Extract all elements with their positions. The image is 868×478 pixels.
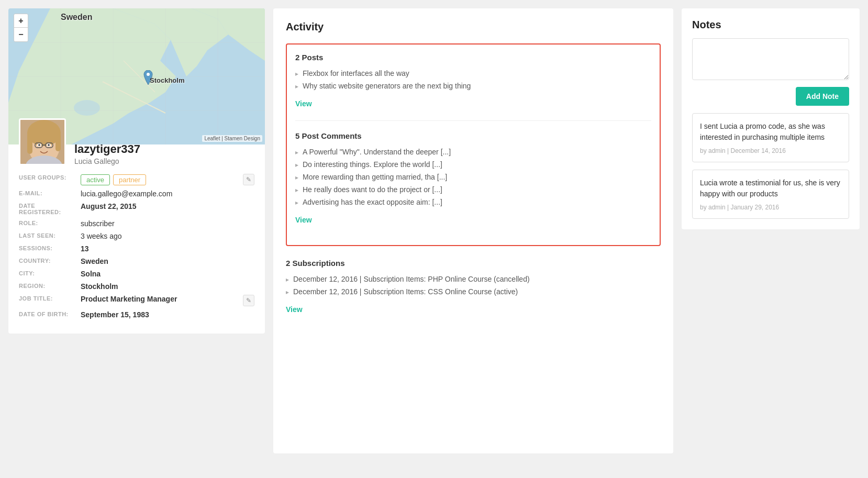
- role-row: ROLE: subscriber: [19, 219, 254, 228]
- svg-rect-18: [27, 133, 32, 154]
- subscriptions-view-link[interactable]: View: [286, 305, 303, 314]
- subscription-item-1-text: December 12, 2016 | Subscription Items: …: [293, 275, 530, 283]
- city-map-label: Stockholm: [150, 76, 184, 84]
- country-label: COUNTRY:: [19, 257, 76, 264]
- username: lazytiger337: [74, 142, 140, 156]
- note-item-2: Lucia wrote a testimonial for us, she is…: [692, 170, 849, 219]
- note-item-2-meta: by admin | January 29, 2016: [700, 204, 841, 211]
- tag-active[interactable]: active: [81, 174, 110, 185]
- tag-partner[interactable]: partner: [113, 174, 146, 185]
- fullname: Lucia Gallego: [74, 157, 140, 165]
- post-comments-title: 5 Post Comments: [295, 131, 651, 140]
- bullet-icon: ▸: [295, 70, 298, 77]
- left-panel: + − Sweden Stockholm Leaflet | Stamen De…: [8, 8, 265, 334]
- post-item-1: ▸ Flexbox for interfaces all the way: [295, 69, 651, 77]
- comment-item-5-text: Advertising has the exact opposite aim: …: [303, 198, 442, 206]
- region-label: REGION:: [19, 282, 76, 289]
- note-item-1: I sent Lucia a promo code, as she was in…: [692, 113, 849, 162]
- city-value: Solna: [81, 270, 101, 278]
- region-row: REGION: Stockholm: [19, 282, 254, 291]
- map-zoom-out[interactable]: −: [14, 28, 28, 41]
- bullet-icon: ▸: [295, 161, 298, 169]
- bullet-icon: ▸: [295, 83, 298, 90]
- bullet-icon: ▸: [295, 186, 298, 194]
- role-value: subscriber: [81, 219, 115, 228]
- country-row: COUNTRY: Sweden: [19, 257, 254, 265]
- city-label: CITY:: [19, 270, 76, 276]
- email-row: E-MAIL: lucia.gallego@example.com: [19, 190, 254, 198]
- subscription-item-1: ▸ December 12, 2016 | Subscription Items…: [286, 275, 661, 283]
- last-seen-value: 3 weeks ago: [81, 232, 122, 240]
- notes-card: Notes Add Note I sent Lucia a promo code…: [682, 8, 860, 229]
- date-registered-value: August 22, 2015: [81, 202, 137, 210]
- comment-item-5: ▸ Advertising has the exact opposite aim…: [295, 198, 651, 206]
- notes-title: Notes: [692, 19, 849, 31]
- dob-label: DATE OF BIRTH:: [19, 310, 76, 317]
- last-seen-label: LAST SEEN:: [19, 232, 76, 239]
- activity-title: Activity: [286, 21, 661, 33]
- user-groups-label: USER GROUPS:: [19, 174, 76, 181]
- comment-item-4-text: He really does want to do the project or…: [303, 185, 442, 194]
- svg-point-14: [147, 73, 150, 76]
- add-note-button[interactable]: Add Note: [796, 87, 849, 106]
- subscriptions-section: 2 Subscriptions ▸ December 12, 2016 | Su…: [286, 259, 661, 314]
- middle-panel: Activity 2 Posts ▸ Flexbox for interface…: [273, 8, 673, 453]
- edit-job-title-button[interactable]: ✎: [243, 295, 254, 306]
- comment-item-2: ▸ Do interesting things. Explore the wor…: [295, 160, 651, 169]
- job-title-label: JOB TITLE:: [19, 295, 76, 302]
- edit-groups-button[interactable]: ✎: [243, 174, 254, 185]
- sessions-row: SESSIONS: 13: [19, 244, 254, 253]
- bullet-icon: ▸: [286, 288, 289, 296]
- country-value: Sweden: [81, 257, 108, 265]
- right-panel: Notes Add Note I sent Lucia a promo code…: [682, 8, 860, 229]
- avatar: [19, 118, 66, 165]
- role-label: ROLE:: [19, 219, 76, 226]
- post-comments-section: 5 Post Comments ▸ A Powerful "Why". Unde…: [295, 131, 651, 224]
- posts-view-link[interactable]: View: [295, 99, 312, 108]
- last-seen-row: LAST SEEN: 3 weeks ago: [19, 232, 254, 240]
- subscription-item-2: ▸ December 12, 2016 | Subscription Items…: [286, 287, 661, 296]
- comments-view-link[interactable]: View: [295, 216, 312, 224]
- post-item-2-text: Why static website generators are the ne…: [303, 82, 471, 90]
- note-item-2-text: Lucia wrote a testimonial for us, she is…: [700, 177, 841, 199]
- sessions-label: SESSIONS:: [19, 244, 76, 251]
- user-groups-tags: active partner ✎: [81, 174, 254, 185]
- map-zoom-in[interactable]: +: [14, 14, 28, 28]
- posts-section: 2 Posts ▸ Flexbox for interfaces all the…: [295, 53, 651, 108]
- map-controls: + −: [14, 14, 28, 42]
- dob-value: September 15, 1983: [81, 310, 149, 319]
- comment-item-3-text: More rewarding than getting married, tha…: [303, 173, 447, 181]
- comment-item-4: ▸ He really does want to do the project …: [295, 185, 651, 194]
- notes-textarea[interactable]: [692, 38, 849, 80]
- user-groups-row: USER GROUPS: active partner ✎: [19, 174, 254, 185]
- subscriptions-title: 2 Subscriptions: [286, 259, 661, 268]
- svg-point-6: [74, 100, 100, 116]
- comment-item-1-text: A Powerful "Why". Understand the deeper …: [303, 148, 451, 156]
- highlighted-activity-box: 2 Posts ▸ Flexbox for interfaces all the…: [286, 43, 661, 246]
- svg-point-23: [48, 144, 50, 146]
- date-registered-label: DATE REGISTERED:: [19, 202, 76, 215]
- bullet-icon: ▸: [295, 174, 298, 181]
- comment-item-1: ▸ A Powerful "Why". Understand the deepe…: [295, 148, 651, 156]
- bullet-icon: ▸: [286, 276, 289, 283]
- bullet-icon: ▸: [295, 199, 298, 206]
- email-label: E-MAIL:: [19, 190, 76, 196]
- profile-section: lazytiger337 Lucia Gallego USER GROUPS: …: [8, 118, 265, 334]
- note-item-1-text: I sent Lucia a promo code, as she was in…: [700, 121, 841, 143]
- sessions-value: 13: [81, 244, 89, 253]
- bullet-icon: ▸: [295, 149, 298, 156]
- job-title-row: JOB TITLE: Product Marketing Manager ✎: [19, 295, 254, 306]
- region-value: Stockholm: [81, 282, 118, 291]
- posts-title: 2 Posts: [295, 53, 651, 62]
- job-title-value: Product Marketing Manager: [81, 295, 177, 303]
- country-label: Sweden: [61, 13, 92, 22]
- svg-point-22: [38, 144, 40, 146]
- post-item-1-text: Flexbox for interfaces all the way: [303, 69, 409, 77]
- user-meta: USER GROUPS: active partner ✎ E-MAIL: lu…: [19, 174, 254, 319]
- date-registered-row: DATE REGISTERED: August 22, 2015: [19, 202, 254, 215]
- post-item-2: ▸ Why static website generators are the …: [295, 82, 651, 90]
- dob-row: DATE OF BIRTH: September 15, 1983: [19, 310, 254, 319]
- svg-rect-19: [55, 133, 61, 151]
- comment-item-3: ▸ More rewarding than getting married, t…: [295, 173, 651, 181]
- comment-item-2-text: Do interesting things. Explore the world…: [303, 160, 442, 169]
